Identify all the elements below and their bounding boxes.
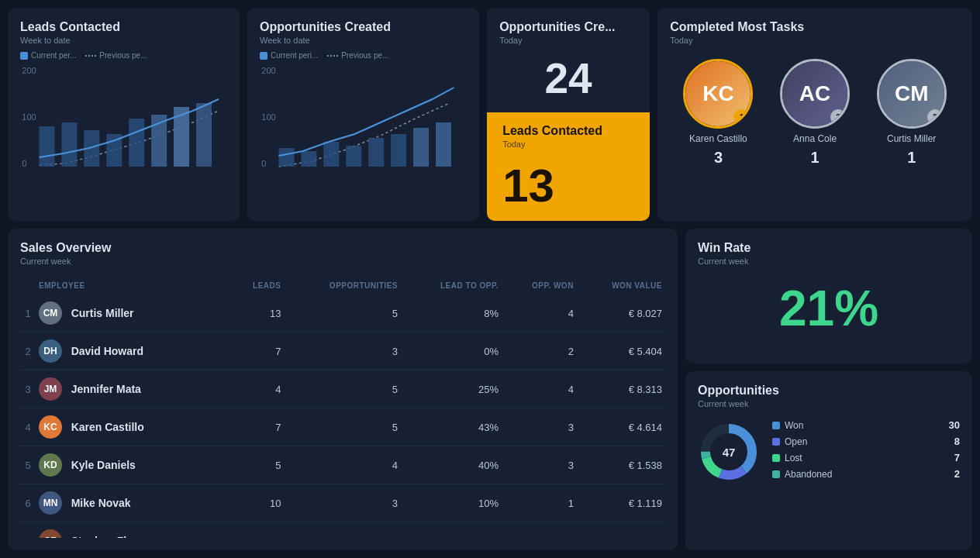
row-avatar: DH (39, 339, 62, 363)
row-lead-opp: 25% (401, 370, 502, 408)
row-opp: 4 (285, 446, 402, 484)
row-name-cell: KD Kyle Daniels (36, 446, 230, 484)
col-employee: EMPLOYEE (36, 277, 230, 294)
row-name: Jennifer Mata (71, 383, 141, 395)
row-leads: 7 (230, 408, 285, 446)
row-name: Karen Castillo (71, 421, 144, 433)
row-won-value: € 2.855 (577, 522, 665, 539)
row-opp-won: 4 (502, 370, 577, 408)
svg-rect-20 (413, 128, 429, 167)
svg-text:100: 100 (261, 113, 276, 122)
win-rate-value: 21% (779, 280, 878, 337)
rank-badge-anna: 2 (830, 109, 846, 125)
opp-created-chart: 200 100 0 (260, 64, 467, 173)
row-opp-won: 4 (502, 294, 577, 332)
legend-row-won: Won 30 (772, 419, 960, 431)
table-row: 6 MN Mike Novak 10 3 10% 1 € 1.119 (20, 484, 665, 522)
svg-text:200: 200 (261, 67, 276, 75)
row-lead-opp: 0% (401, 332, 502, 370)
avatar-curtis: CM 2 (877, 59, 947, 129)
svg-rect-16 (323, 142, 339, 167)
avatar-anna-name: Anna Cole (793, 133, 837, 144)
opp-today-subtitle: Today (499, 36, 637, 45)
table-row: 1 CM Curtis Miller 13 5 8% 4 € 8.027 (20, 294, 665, 332)
opp-today-card: Opportunities Cre... Today 24 (487, 8, 650, 112)
leads-contacted-subtitle: Week to date (20, 36, 227, 45)
col-opp: OPPORTUNITIES (285, 277, 402, 294)
avatars-row: KC 1 Karen Castillo 3 AC 2 Anna Cole 1 (670, 59, 960, 208)
row-leads: 13 (230, 294, 285, 332)
svg-rect-4 (61, 122, 77, 167)
row-name: Stephen Flores (71, 535, 150, 538)
tasks-subtitle: Today (670, 36, 960, 45)
row-lead-opp: 8% (401, 294, 502, 332)
svg-rect-9 (174, 107, 189, 167)
table-row: 5 KD Kyle Daniels 5 4 40% 3 € 1.538 (20, 446, 665, 484)
avatar-karen-name: Karen Castillo (689, 133, 747, 144)
sales-overview-title: Sales Overview (20, 241, 665, 255)
avatar-karen-score: 3 (714, 149, 723, 167)
opp-today-number: 24 (499, 57, 637, 100)
row-opp-won: 3 (502, 446, 577, 484)
row-won-value: € 4.614 (577, 408, 665, 446)
row-opp: 3 (285, 484, 402, 522)
legend-dot-abandoned (772, 470, 780, 478)
row-opp: 3 (285, 332, 402, 370)
table-row: 3 JM Jennifer Mata 4 5 25% 4 € 8.313 (20, 370, 665, 408)
row-avatar: CM (39, 301, 62, 325)
row-opp: 1 (285, 522, 402, 539)
row-avatar: JM (39, 377, 62, 401)
legend-label-open: Open (772, 436, 807, 447)
row-lead-opp: 40% (401, 446, 502, 484)
svg-rect-21 (436, 122, 451, 167)
col-won-value: WON VALUE (577, 277, 665, 294)
legend-text-open: Open (785, 436, 807, 447)
row-avatar: SF (39, 529, 62, 538)
row-name: Mike Novak (71, 497, 131, 509)
svg-rect-7 (129, 119, 144, 167)
row-leads: 10 (230, 484, 285, 522)
opp-bottom: 47 Won 30 Open (698, 419, 960, 484)
legend-dot-open (772, 438, 780, 446)
row-opp: 5 (285, 408, 402, 446)
legend-dot-dotted (85, 55, 96, 57)
row-name-cell: JM Jennifer Mata (36, 370, 230, 408)
legend-val-open: 8 (954, 436, 960, 447)
legend-label-abandoned: Abandoned (772, 469, 832, 480)
svg-rect-19 (391, 134, 406, 167)
row-rank: 5 (20, 446, 36, 484)
leads-today-title: Leads Contacted (502, 124, 602, 138)
opp-created-subtitle: Week to date (260, 36, 467, 45)
leads-contacted-card: Leads Contacted Week to date Current per… (8, 8, 240, 221)
row-avatar: MN (39, 491, 62, 515)
avatar-curtis-name: Curtis Miller (887, 133, 936, 144)
svg-text:0: 0 (261, 160, 266, 168)
row-name-cell: KC Karen Castillo (36, 408, 230, 446)
legend-label-won: Won (772, 420, 803, 431)
table-row: 2 DH David Howard 7 3 0% 2 € 5.404 (20, 332, 665, 370)
row-rank: 7 (20, 522, 36, 539)
legend-dot-solid (20, 52, 28, 60)
win-rate-card: Win Rate Current week 21% (685, 229, 972, 363)
row-rank: 3 (20, 370, 36, 408)
row-name-cell: DH David Howard (36, 332, 230, 370)
row-rank: 2 (20, 332, 36, 370)
donut-chart: 47 (698, 421, 760, 483)
tasks-title: Completed Most Tasks (670, 20, 960, 34)
legend-val-lost: 7 (954, 452, 960, 463)
rank-badge-karen: 1 (733, 109, 749, 125)
opp-legend-current: Current peri... (260, 51, 318, 60)
row-leads: 7 (230, 332, 285, 370)
row-won-value: € 8.027 (577, 294, 665, 332)
table-row: 4 KC Karen Castillo 7 5 43% 3 € 4.614 (20, 408, 665, 446)
row-name: David Howard (71, 345, 143, 357)
opportunities-created-card: Opportunities Created Week to date Curre… (247, 8, 479, 221)
opp-card-title: Opportunities (698, 384, 960, 398)
row-rank: 6 (20, 484, 36, 522)
col-rank (20, 277, 36, 294)
opp-card-subtitle: Current week (698, 399, 960, 408)
row-opp-won: 2 (502, 332, 577, 370)
svg-text:0: 0 (22, 160, 26, 168)
row-avatar: KD (39, 453, 62, 477)
win-rate-subtitle: Current week (698, 257, 748, 266)
